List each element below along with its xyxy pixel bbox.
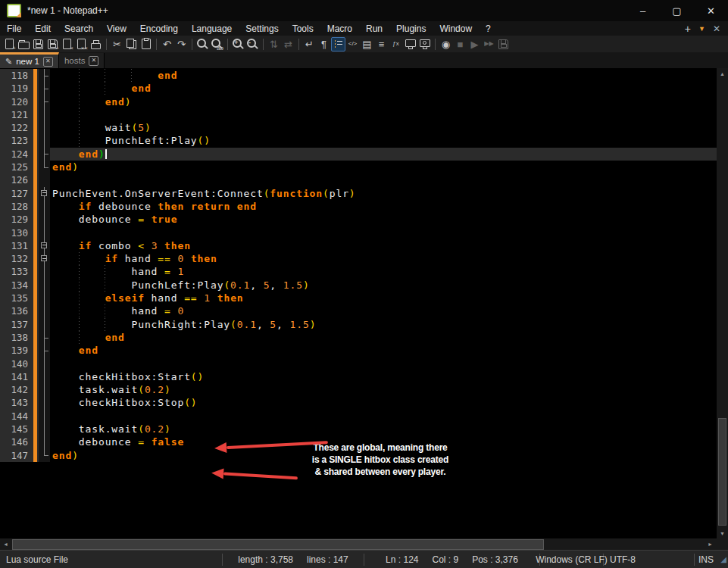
line-number[interactable]: 143 <box>0 396 33 409</box>
code-text[interactable] <box>50 357 717 370</box>
fold-margin[interactable] <box>39 187 50 200</box>
line-number[interactable]: 139 <box>0 344 33 357</box>
menu-item-file[interactable]: File <box>0 23 28 35</box>
code-text[interactable]: if combo < 3 then <box>50 239 717 252</box>
line-number[interactable]: 129 <box>0 213 33 226</box>
line-number[interactable]: 134 <box>0 279 33 292</box>
line-number[interactable]: 128 <box>0 200 33 213</box>
code-text[interactable]: end) <box>50 148 717 161</box>
scroll-up-icon[interactable]: ▲ <box>717 68 728 79</box>
code-text[interactable]: PunchLeft:Play() <box>50 134 717 147</box>
document-list-icon[interactable]: ≡ <box>374 37 389 51</box>
print-icon[interactable] <box>89 37 103 51</box>
paste-icon[interactable] <box>139 37 153 51</box>
fold-margin[interactable] <box>39 239 50 252</box>
line-number[interactable]: 130 <box>0 226 33 239</box>
menu-item-settings[interactable]: Settings <box>239 23 285 35</box>
find-icon[interactable] <box>195 37 210 51</box>
save-all-icon[interactable]: + <box>45 37 60 51</box>
code-editor[interactable]: 118 end119 end120 end)121122 wait(5)123 … <box>0 68 728 538</box>
code-text[interactable]: wait(5) <box>50 121 717 134</box>
folder-as-workspace-icon[interactable] <box>403 37 417 51</box>
code-text[interactable]: elseif hand == 1 then <box>50 292 717 304</box>
menu-item-help[interactable]: ? <box>479 23 498 35</box>
indent-guide-icon[interactable] <box>331 37 345 51</box>
document-map-icon[interactable]: ▤ <box>360 37 374 51</box>
code-text[interactable]: end) <box>50 95 717 108</box>
fold-collapse-icon[interactable] <box>41 190 47 196</box>
code-text[interactable]: PunchRight:Play(0.1, 5, 1.5) <box>50 318 717 331</box>
menu-item-plugins[interactable]: Plugins <box>389 23 433 35</box>
line-number[interactable]: 140 <box>0 357 33 370</box>
line-number[interactable]: 141 <box>0 370 33 383</box>
code-text[interactable]: end <box>50 82 717 95</box>
redo-icon[interactable]: ↷ <box>174 37 189 51</box>
code-text[interactable]: end <box>50 69 717 82</box>
line-number[interactable]: 126 <box>0 173 33 186</box>
line-number[interactable]: 122 <box>0 121 33 134</box>
line-number[interactable]: 137 <box>0 318 33 331</box>
fold-collapse-icon[interactable] <box>41 255 47 261</box>
undo-icon[interactable]: ↶ <box>160 37 174 51</box>
line-number[interactable]: 125 <box>0 161 33 173</box>
close-tab-button[interactable]: ✕ <box>713 23 720 34</box>
monitor-icon[interactable] <box>417 37 432 51</box>
menu-item-language[interactable]: Language <box>185 23 239 35</box>
line-number[interactable]: 118 <box>0 69 33 82</box>
define-language-icon[interactable]: </> <box>345 37 360 51</box>
tab-close-icon[interactable]: ✕ <box>89 56 98 66</box>
line-number[interactable]: 120 <box>0 95 33 108</box>
tab-new-1[interactable]: ✎new 1✕ <box>0 52 59 68</box>
line-number[interactable]: 136 <box>0 304 33 317</box>
tab-hosts[interactable]: hosts✕ <box>59 53 105 68</box>
vertical-scroll-thumb[interactable] <box>718 418 726 526</box>
show-all-characters-icon[interactable]: ¶ <box>317 37 331 51</box>
scroll-right-icon[interactable]: ► <box>705 538 716 550</box>
cut-icon[interactable]: ✂ <box>110 37 124 51</box>
code-text[interactable]: end) <box>50 161 717 173</box>
menu-item-tools[interactable]: Tools <box>286 23 320 35</box>
line-number[interactable]: 123 <box>0 134 33 147</box>
line-number[interactable]: 144 <box>0 410 33 423</box>
horizontal-scroll-thumb[interactable] <box>12 539 544 550</box>
menu-item-encoding[interactable]: Encoding <box>133 23 185 35</box>
code-text[interactable]: end <box>50 344 717 357</box>
close-button[interactable]: ✕ <box>694 0 728 21</box>
code-text[interactable]: PunchEvent.OnServerEvent:Connect(functio… <box>50 187 717 200</box>
minimize-button[interactable]: – <box>626 0 660 21</box>
open-file-icon[interactable] <box>17 37 31 51</box>
vertical-scrollbar[interactable]: ▲ ▼ <box>717 68 728 538</box>
menu-item-edit[interactable]: Edit <box>28 23 58 35</box>
line-number[interactable]: 146 <box>0 435 33 448</box>
tab-list-button[interactable]: ▼ <box>698 25 705 33</box>
new-tab-button[interactable]: + <box>685 23 691 35</box>
line-number[interactable]: 147 <box>0 449 33 462</box>
zoom-in-icon[interactable]: + <box>231 37 245 51</box>
fold-margin[interactable] <box>39 252 50 265</box>
menu-item-search[interactable]: Search <box>58 23 100 35</box>
code-text[interactable]: debounce = true <box>50 213 717 226</box>
tab-close-icon[interactable]: ✕ <box>43 57 53 67</box>
menu-item-view[interactable]: View <box>100 23 133 35</box>
zoom-out-icon[interactable]: - <box>245 37 260 51</box>
line-number[interactable]: 124 <box>0 148 33 161</box>
line-number[interactable]: 133 <box>0 265 33 278</box>
close-all-icon[interactable]: ×× <box>74 37 89 51</box>
code-text[interactable]: end <box>50 331 717 344</box>
resize-grip-icon[interactable]: ◢ <box>720 555 728 563</box>
code-text[interactable]: checkHitbox:Start() <box>50 370 717 383</box>
code-text[interactable]: hand = 1 <box>50 265 717 278</box>
code-text[interactable]: task.wait(0.2) <box>50 383 717 396</box>
macro-record-icon[interactable]: ◉ <box>439 37 453 51</box>
code-text[interactable]: hand = 0 <box>50 304 717 317</box>
code-text[interactable] <box>50 173 717 186</box>
line-number[interactable]: 131 <box>0 239 33 252</box>
line-number[interactable]: 132 <box>0 252 33 265</box>
close-file-icon[interactable]: × <box>60 37 74 51</box>
fold-collapse-icon[interactable] <box>41 242 47 248</box>
menu-item-macro[interactable]: Macro <box>320 23 359 35</box>
line-number[interactable]: 138 <box>0 331 33 344</box>
copy-icon[interactable] <box>124 37 139 51</box>
replace-icon[interactable]: ab <box>210 37 224 51</box>
line-number[interactable]: 127 <box>0 187 33 200</box>
